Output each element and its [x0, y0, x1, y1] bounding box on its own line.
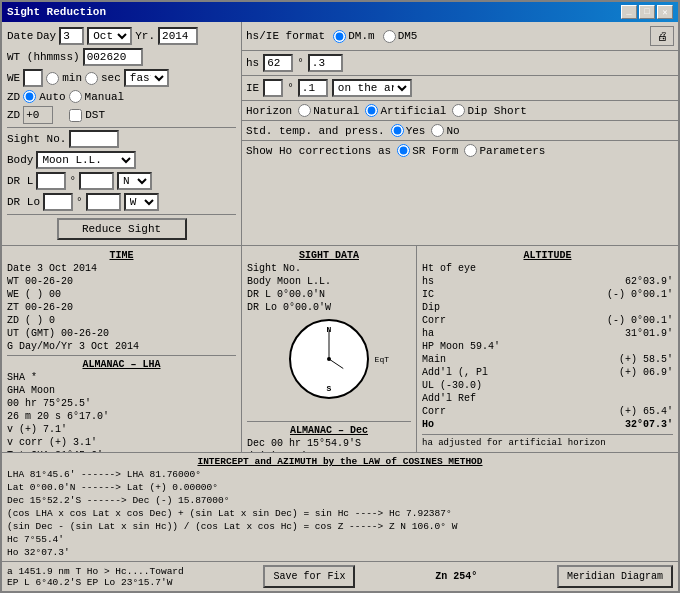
hc-val: Hc 7°55.4' [7, 533, 673, 546]
we-label: WE [7, 72, 20, 84]
dr-l-deg-input[interactable] [36, 172, 66, 190]
ie-label: IE [246, 82, 259, 94]
hs-row: hs ° [242, 51, 678, 76]
ha-label: ha [422, 327, 434, 340]
day-input[interactable] [59, 27, 84, 45]
dr-lo-row: DR Lo ° WE [7, 193, 236, 211]
left-input-panel: Date Day OctJanFebMar Yr. WT (hhmmss) [2, 22, 242, 245]
window-title: Sight Reduction [7, 6, 106, 18]
addl-ref: Add'l Ref [422, 392, 673, 405]
ha-value: 31°01.9' [625, 327, 673, 340]
hs-alt-row: hs 62°03.9' [422, 275, 673, 288]
intercept-header: INTERCEPT and AZIMUTH by the LAW of COSI… [7, 455, 673, 468]
eq-label: EqT [375, 353, 389, 366]
close-button[interactable]: ✕ [657, 5, 673, 19]
corr1-value: (-) 0°00.1' [607, 314, 673, 327]
dr-l-dir-select[interactable]: NS [117, 172, 152, 190]
m26-20s: 26 m 20 s 6°17.0' [7, 410, 236, 423]
corr1-row: Corr (-) 0°00.1' [422, 314, 673, 327]
artificial-option[interactable]: Artificial [365, 104, 446, 117]
ie-val-input[interactable] [298, 79, 328, 97]
dr-l-label: DR L [7, 175, 33, 187]
dip-short-option[interactable]: Dip Short [452, 104, 526, 117]
svg-line-1 [329, 359, 343, 369]
reduce-sight-container: Reduce Sight [7, 218, 236, 240]
ho-value: 32°07.3' [625, 418, 673, 431]
lat-line: Lat 0°00.0'N ------> Lat (+) 0.00000° [7, 481, 673, 494]
dst-checkbox[interactable] [69, 109, 82, 122]
data-output-section: TIME Date 3 Oct 2014 WT 00-26-20 WE ( ) … [2, 246, 678, 452]
print-icon[interactable]: 🖨 [650, 26, 674, 46]
sin-eq: (sin Dec - (sin Lat x sin Hc)) / (cos La… [7, 520, 673, 533]
we-min-radio[interactable] [46, 72, 59, 85]
zd-manual-radio[interactable] [69, 90, 82, 103]
we-input[interactable] [23, 69, 43, 87]
reduce-sight-button[interactable]: Reduce Sight [57, 218, 187, 240]
maximize-button[interactable]: □ [639, 5, 655, 19]
meridian-diagram-button[interactable]: Meridian Diagram [557, 565, 673, 588]
minimize-button[interactable]: _ [621, 5, 637, 19]
compass-circle: N S [289, 319, 369, 399]
middle-output: SIGHT DATA Sight No. Body Moon L.L. DR L… [242, 246, 417, 452]
sr-form-option[interactable]: SR Form [397, 144, 458, 157]
yr-input[interactable] [158, 27, 198, 45]
wt-input[interactable] [83, 48, 143, 66]
dr-lo-min-input[interactable] [86, 193, 121, 211]
ic-value: (-) 0°00.1' [607, 288, 673, 301]
natural-option[interactable]: Natural [298, 104, 359, 117]
horizon-row: Horizon Natural Artificial Dip Short [242, 101, 678, 121]
dr-lo-dir-select[interactable]: WE [124, 193, 159, 211]
sight-no-out: Sight No. [247, 262, 411, 275]
yes-option[interactable]: Yes [391, 124, 426, 137]
mo-select[interactable]: OctJanFebMar [87, 27, 132, 45]
main-window: Sight Reduction _ □ ✕ Date Day OctJanFeb… [0, 0, 680, 593]
parameters-option[interactable]: Parameters [464, 144, 545, 157]
print-icon-container: 🖨 [650, 26, 674, 46]
almanac-dec-header: ALMANAC – Dec [247, 424, 411, 437]
on-arc-select[interactable]: on the arc [332, 79, 412, 97]
main-row: Main (+) 58.5' [422, 353, 673, 366]
dr-lo-label: DR Lo [7, 196, 40, 208]
dec-line: Dec 15°52.2'S ------> Dec (-) 15.87000° [7, 494, 673, 507]
hs-ie-format-label: hs/IE format [246, 30, 325, 42]
zd2-input[interactable] [23, 106, 53, 124]
zd2-label: ZD [7, 109, 20, 121]
std-temp-label: Std. temp. and press. [246, 125, 385, 137]
ul-label: UL (-30.0) [422, 379, 673, 392]
sight-no-row: Sight No. [7, 130, 236, 148]
a-value: a 1451.9 nm T Ho > Hc....Toward [7, 566, 184, 577]
adjusted-label: ha adjusted for artificial horizon [422, 434, 673, 450]
std-temp-row: Std. temp. and press. Yes No [242, 121, 678, 141]
dr-lo-deg-input[interactable] [43, 193, 73, 211]
body-select[interactable]: Moon L.L. [36, 151, 136, 169]
ep-line: EP L 6°40.2'S EP Lo 23°15.7'W [7, 577, 184, 588]
we-sec-radio[interactable] [85, 72, 98, 85]
we-sec-label: sec [101, 72, 121, 84]
hs-value-input[interactable] [263, 54, 293, 72]
a-line: a 1451.9 nm T Ho > Hc....Toward EP L 6°4… [7, 566, 184, 588]
we-min-label: min [62, 72, 82, 84]
dr-lo-out: DR Lo 0°00.0'W [247, 301, 411, 314]
no-option[interactable]: No [431, 124, 459, 137]
zd-out: ZD ( ) 0 [7, 314, 236, 327]
zd2-row: ZD DST [7, 106, 236, 124]
hs-format-row: hs/IE format DM.m DM5 🖨 [242, 22, 678, 51]
we-speed-select[interactable]: fastslow [124, 69, 169, 87]
dr-l-row: DR L ° NS [7, 172, 236, 190]
almanac-lha-header: ALMANAC – LHA [7, 358, 236, 371]
v-corr: v corr (+) 3.1' [7, 436, 236, 449]
sight-no-input[interactable] [69, 130, 119, 148]
ie-deg-input[interactable] [263, 79, 283, 97]
dm5-option[interactable]: DM5 [383, 30, 418, 43]
sight-no-label: Sight No. [7, 133, 66, 145]
date-out: Date 3 Oct 2014 [7, 262, 236, 275]
addl1-label: Add'l (, Pl [422, 366, 488, 379]
dm-m-option[interactable]: DM.m [333, 30, 374, 43]
dr-l-min-input[interactable] [79, 172, 114, 190]
zd-auto-radio[interactable] [23, 90, 36, 103]
save-for-fix-button[interactable]: Save for Fix [263, 565, 355, 588]
body-row: Body Moon L.L. [7, 151, 236, 169]
date-row: Date Day OctJanFebMar Yr. [7, 27, 236, 45]
v-plus: v (+) 7.1' [7, 423, 236, 436]
hs-min-input[interactable] [308, 54, 343, 72]
